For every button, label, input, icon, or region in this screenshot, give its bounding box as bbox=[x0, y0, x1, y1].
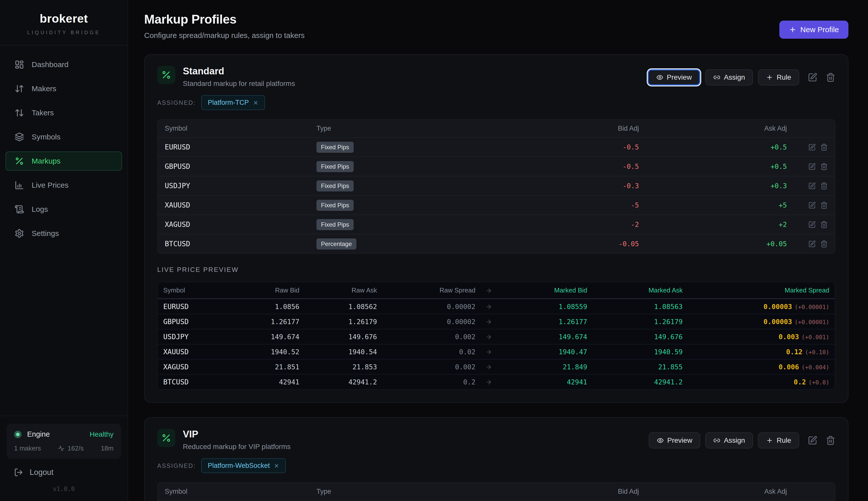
edit-profile-button[interactable] bbox=[808, 73, 817, 82]
add-rule-button[interactable]: Rule bbox=[758, 433, 799, 448]
rule-ask-adj: +2 bbox=[639, 221, 787, 228]
arrow-right-icon bbox=[476, 363, 502, 371]
sidebar-item-dashboard[interactable]: Dashboard bbox=[6, 55, 122, 74]
scroll-icon bbox=[14, 204, 24, 214]
raw-spread: 0.002 bbox=[377, 333, 476, 341]
delete-profile-button[interactable] bbox=[826, 436, 835, 445]
plus-icon bbox=[789, 26, 796, 33]
col-symbol: Symbol bbox=[165, 488, 316, 495]
rule-bid-adj: -5 bbox=[492, 201, 639, 209]
sidebar-item-symbols[interactable]: Symbols bbox=[6, 127, 122, 147]
profile-card-standard: Standard Standard markup for retail plat… bbox=[144, 54, 848, 403]
new-profile-button[interactable]: New Profile bbox=[779, 21, 848, 39]
raw-bid: 1.26177 bbox=[239, 318, 300, 326]
col-symbol: Symbol bbox=[165, 125, 316, 132]
assigned-taker-chip[interactable]: Platform-WebSocket bbox=[201, 458, 286, 473]
trash-icon[interactable] bbox=[820, 182, 828, 190]
trash-icon[interactable] bbox=[820, 143, 828, 151]
trash-icon[interactable] bbox=[820, 202, 828, 209]
marked-spread-cell: 0.00003(+0.00001) bbox=[683, 303, 829, 311]
preview-label: Preview bbox=[667, 73, 692, 82]
close-icon[interactable] bbox=[274, 463, 279, 469]
logo-block: brokeret LIQUIDITY BRIDGE bbox=[0, 0, 128, 45]
page-header: Markup Profiles Configure spread/markup … bbox=[144, 12, 848, 40]
edit-icon[interactable] bbox=[808, 240, 816, 248]
live-price-preview-title: LIVE PRICE PREVIEW bbox=[157, 266, 835, 274]
sidebar-item-label: Logs bbox=[32, 205, 48, 214]
edit-profile-button[interactable] bbox=[808, 436, 817, 445]
marked-ask: 1.26179 bbox=[587, 318, 683, 326]
rule-label: Rule bbox=[777, 436, 791, 445]
arrow-right-icon bbox=[476, 303, 502, 311]
sidebar-item-logs[interactable]: Logs bbox=[6, 200, 122, 219]
close-icon[interactable] bbox=[253, 100, 259, 106]
profile-description: Standard markup for retail platforms bbox=[183, 79, 295, 88]
arrows-up-down-icon bbox=[14, 108, 24, 118]
logout-button[interactable]: Logout bbox=[14, 468, 121, 477]
col-raw-bid: Raw Bid bbox=[239, 286, 300, 294]
edit-icon[interactable] bbox=[808, 221, 816, 228]
preview-button[interactable]: Preview bbox=[649, 433, 701, 448]
sidebar-item-takers[interactable]: Takers bbox=[6, 103, 122, 122]
brand-tagline: LIQUIDITY BRIDGE bbox=[0, 30, 128, 35]
sidebar-item-label: Dashboard bbox=[32, 60, 68, 69]
sidebar-item-makers[interactable]: Makers bbox=[6, 79, 122, 98]
trash-icon[interactable] bbox=[820, 240, 828, 248]
edit-icon[interactable] bbox=[808, 182, 816, 190]
sidebar-item-label: Makers bbox=[32, 84, 56, 93]
assigned-taker-chip[interactable]: Platform-TCP bbox=[201, 95, 265, 110]
engine-makers-count: 1 makers bbox=[14, 445, 41, 452]
rules-header-row: Symbol Type Bid Adj Ask Adj bbox=[158, 483, 835, 500]
preview-symbol: USDJPY bbox=[163, 333, 239, 341]
rule-row: XAUUSD Fixed Pips -5 +5 bbox=[158, 195, 835, 215]
engine-status-badge: Healthy bbox=[90, 430, 113, 438]
trash-icon[interactable] bbox=[820, 221, 828, 228]
rule-bid-adj: -0.5 bbox=[492, 162, 639, 170]
sidebar-item-live-prices[interactable]: Live Prices bbox=[6, 175, 122, 195]
add-rule-button[interactable]: Rule bbox=[758, 70, 799, 85]
arrow-right-icon bbox=[476, 318, 502, 326]
marked-spread-cell: 0.006(+0.004) bbox=[683, 363, 829, 371]
rule-symbol: XAUUSD bbox=[165, 201, 316, 209]
preview-row: USDJPY 149.674 149.676 0.002 149.674 149… bbox=[158, 329, 835, 344]
preview-symbol: EURUSD bbox=[163, 302, 239, 311]
marked-bid: 21.849 bbox=[502, 363, 587, 371]
profile-tile bbox=[157, 66, 175, 84]
marked-bid: 149.674 bbox=[502, 333, 587, 341]
marked-spread-cell: 0.12(+0.10) bbox=[683, 348, 829, 356]
assign-button[interactable]: Assign bbox=[705, 70, 753, 85]
raw-ask: 42941.2 bbox=[300, 378, 377, 386]
marked-bid: 1.08559 bbox=[502, 303, 587, 311]
preview-button[interactable]: Preview bbox=[648, 70, 701, 85]
markup-rules-table: Symbol Type Bid Adj Ask Adj EURUSD Fixed… bbox=[157, 119, 835, 254]
assigned-label: ASSIGNED: bbox=[157, 99, 196, 106]
spread-delta: (+0.001) bbox=[801, 334, 829, 340]
trash-icon[interactable] bbox=[820, 163, 828, 170]
assign-button[interactable]: Assign bbox=[705, 433, 753, 448]
raw-spread: 0.002 bbox=[377, 363, 476, 371]
marked-spread-cell: 0.003(+0.001) bbox=[683, 333, 829, 341]
sidebar-item-settings[interactable]: Settings bbox=[6, 224, 122, 243]
plus-icon bbox=[766, 437, 773, 444]
delete-profile-button[interactable] bbox=[826, 73, 835, 82]
preview-row: GBPUSD 1.26177 1.26179 0.00002 1.26177 1… bbox=[158, 314, 835, 329]
preview-symbol: BTCUSD bbox=[163, 378, 239, 386]
assigned-taker-name: Platform-TCP bbox=[208, 99, 249, 107]
raw-bid: 1940.52 bbox=[239, 348, 300, 356]
col-raw-spread: Raw Spread bbox=[377, 286, 476, 294]
sidebar: brokeret LIQUIDITY BRIDGE Dashboard Make… bbox=[0, 0, 128, 501]
sidebar-footer: Engine Healthy 1 makers 162/s 18m Logout… bbox=[0, 416, 128, 501]
edit-icon[interactable] bbox=[808, 143, 816, 151]
rule-symbol: EURUSD bbox=[165, 143, 316, 151]
rule-row: GBPUSD Fixed Pips -0.5 +0.5 bbox=[158, 157, 835, 176]
engine-label: Engine bbox=[27, 430, 50, 438]
edit-icon[interactable] bbox=[808, 202, 816, 209]
layers-icon bbox=[14, 132, 24, 142]
col-marked-bid: Marked Bid bbox=[502, 286, 587, 294]
sidebar-item-markups[interactable]: Markups bbox=[6, 151, 122, 171]
edit-icon[interactable] bbox=[808, 163, 816, 170]
percent-icon bbox=[161, 433, 171, 443]
profile-tile bbox=[157, 429, 175, 447]
sidebar-item-label: Settings bbox=[32, 229, 59, 238]
preview-row: BTCUSD 42941 42941.2 0.2 42941 42941.2 0… bbox=[158, 374, 835, 389]
